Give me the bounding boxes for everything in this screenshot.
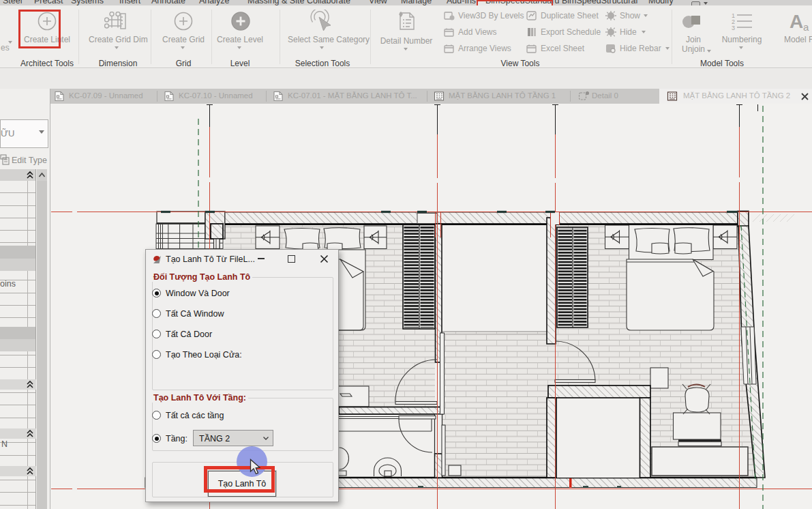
svg-text:A: A xyxy=(790,11,803,31)
svg-text:a: a xyxy=(803,21,809,31)
svg-text:3: 3 xyxy=(732,25,735,31)
